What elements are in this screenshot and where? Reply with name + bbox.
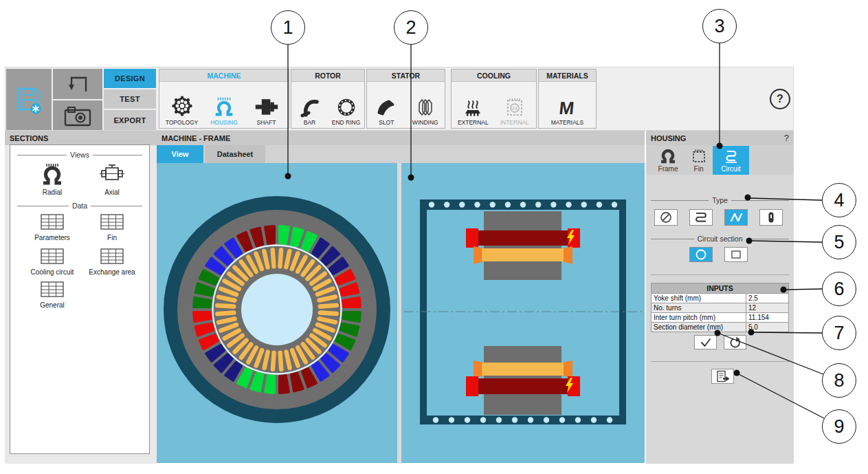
toolbar-item-shaft[interactable]: SHAFT [247, 96, 287, 126]
callout-2: 2 [394, 10, 428, 45]
input-label: Section diameter (mm) [652, 323, 746, 332]
toolbar-item-label: SHAFT [257, 119, 276, 126]
tab-frame[interactable]: Frame [652, 146, 685, 175]
type-axial-button[interactable] [759, 209, 783, 226]
sections-item-label: Axial [104, 188, 120, 196]
type-serpentine-button[interactable] [689, 209, 713, 226]
sections-item-label: Fin [107, 234, 117, 241]
tab-datasheet[interactable]: Datasheet [205, 145, 265, 163]
square-section-icon [728, 248, 744, 261]
toolbar-item-topology[interactable]: TOPOLOGY [162, 96, 202, 126]
circuit-section-label: Circuit section [698, 235, 743, 243]
callout-1: 1 [271, 10, 305, 45]
type-none-button[interactable] [654, 209, 678, 226]
save-icon [14, 84, 44, 116]
toolbar: DESIGN TEST EXPORT MACHINE [5, 67, 794, 131]
input-label: Inter turn pitch (mm) [652, 313, 746, 323]
sections-item-parameters[interactable]: Parameters [18, 213, 87, 241]
circle-section-icon [693, 248, 709, 261]
toolbar-item-external-cooling[interactable]: EXTERNAL [453, 97, 493, 126]
sections-item-label: Parameters [34, 234, 70, 241]
toolbar-item-label: WINDING [412, 119, 438, 126]
type-wave-button[interactable] [724, 209, 748, 226]
sections-item-label: Radial [43, 188, 62, 196]
tab-fin[interactable]: Fin [685, 146, 712, 175]
group-machine-label: MACHINE [159, 69, 289, 82]
toolbar-item-label: SLOT [379, 119, 394, 126]
section-circle-button[interactable] [689, 247, 713, 262]
toolbar-item-internal-cooling: INTERNAL [495, 97, 535, 126]
sections-item-exchange-area[interactable]: Exchange area [78, 247, 146, 276]
views-group-label: Views [70, 151, 89, 159]
external-cooling-icon [461, 97, 485, 118]
type-separator: Type [651, 196, 789, 204]
group-rotor: ROTOR BAR END RING [291, 69, 365, 129]
screenshot-button[interactable] [53, 100, 102, 130]
radial-view-panel[interactable] [157, 163, 397, 463]
sections-item-fin[interactable]: Fin [78, 213, 146, 241]
save-button[interactable] [6, 69, 52, 130]
table-icon [40, 213, 65, 232]
housing-tab-strip: Frame Fin [646, 145, 794, 175]
export-icon [715, 370, 731, 383]
type-label: Type [712, 196, 728, 204]
input-value[interactable]: 12 [746, 303, 789, 313]
frame-icon [659, 149, 677, 164]
sections-card: Views Radial [10, 144, 150, 454]
group-rotor-label: ROTOR [291, 69, 364, 82]
radial-view-icon [39, 162, 65, 186]
group-cooling-label: COOLING [452, 69, 536, 82]
group-materials: MATERIALS M MATERIALS [538, 69, 597, 129]
toolbar-item-materials[interactable]: M MATERIALS [548, 98, 588, 126]
group-stator: STATOR SLOT WINDIN [366, 69, 445, 129]
input-label: No. turns [652, 303, 746, 313]
apply-button[interactable] [694, 335, 717, 349]
tab-view[interactable]: View [157, 145, 203, 163]
svg-text:M: M [558, 98, 575, 118]
tab-test[interactable]: TEST [104, 89, 156, 109]
input-value[interactable]: 5.0 [746, 323, 789, 332]
slot-icon [376, 98, 397, 118]
data-group-separator: Data [17, 202, 142, 210]
housing-panel-title: HOUSING [651, 134, 686, 142]
export-section-button[interactable] [711, 369, 734, 384]
axial-view-panel[interactable] [401, 163, 645, 463]
sections-item-label: Exchange area [89, 268, 135, 276]
undo-button[interactable] [53, 69, 102, 99]
callout-3: 3 [702, 9, 737, 43]
help-button[interactable]: ? [770, 89, 790, 109]
views-group-separator: Views [17, 151, 142, 159]
tab-design[interactable]: DESIGN [104, 69, 156, 88]
type-wave-icon [727, 211, 745, 224]
toolbar-item-end-ring[interactable]: END RING [328, 97, 364, 126]
sections-item-general[interactable]: General [18, 280, 87, 309]
tab-label: Frame [658, 165, 678, 173]
housing-help-button[interactable]: ? [784, 133, 789, 143]
reset-button[interactable] [724, 335, 746, 349]
toolbar-item-bar[interactable]: BAR [291, 97, 328, 126]
toolbar-item-label: EXTERNAL [458, 119, 489, 126]
toolbar-item-slot[interactable]: SLOT [367, 98, 406, 126]
section-square-button[interactable] [724, 247, 748, 262]
inputs-row: Inter turn pitch (mm)11.154 [652, 313, 789, 323]
toolbar-item-winding[interactable]: WINDING [406, 97, 445, 126]
toolbar-item-housing[interactable]: HOUSING [204, 96, 244, 126]
end-ring-icon [336, 97, 357, 118]
divider [651, 361, 789, 362]
table-icon [100, 213, 124, 232]
toolbar-item-label: INTERNAL [500, 119, 529, 126]
divider [651, 274, 789, 275]
sections-item-radial[interactable]: Radial [18, 162, 87, 196]
tab-circuit[interactable]: Circuit [713, 146, 749, 175]
input-value[interactable]: 2.5 [746, 294, 789, 303]
tab-export[interactable]: EXPORT [104, 110, 156, 130]
tab-label: Fin [694, 165, 704, 173]
toolbar-item-label: TOPOLOGY [166, 119, 199, 126]
callout-5: 5 [822, 225, 856, 259]
reset-icon [728, 336, 743, 349]
sections-item-cooling-circuit[interactable]: Cooling circuit [18, 247, 87, 276]
sections-item-axial[interactable]: Axial [78, 162, 146, 196]
input-value[interactable]: 11.154 [746, 313, 789, 323]
toolbar-item-label: BAR [304, 119, 315, 126]
inputs-row: Section diameter (mm)5.0 [652, 323, 789, 332]
